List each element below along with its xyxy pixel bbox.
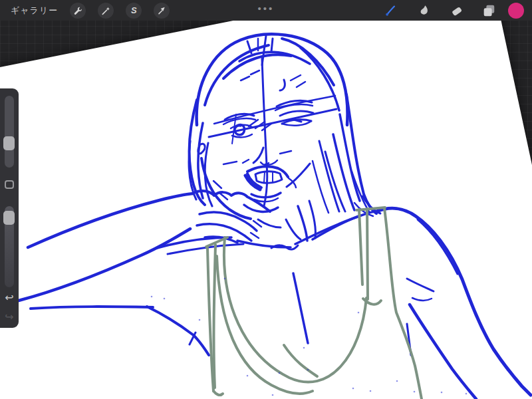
actions-button[interactable]: [70, 3, 86, 19]
eraser-tool-button[interactable]: [449, 3, 465, 19]
undo-button[interactable]: ↩: [0, 293, 19, 303]
redo-button[interactable]: ↪: [0, 312, 19, 323]
paint-speckle: [441, 392, 443, 394]
color-swatch-button[interactable]: [508, 3, 524, 19]
paint-speckle: [164, 298, 166, 300]
eraser-icon: [450, 3, 464, 18]
layers-icon: [481, 3, 496, 18]
paint-speckle: [199, 319, 201, 321]
paint-speckle: [272, 394, 274, 396]
sketch-stroke: [271, 39, 273, 52]
gallery-button[interactable]: ギャラリー: [11, 5, 58, 17]
transform-button[interactable]: [154, 3, 170, 19]
opacity-handle[interactable]: [3, 211, 15, 225]
modify-button[interactable]: [5, 180, 14, 189]
adjustments-button[interactable]: [98, 3, 114, 19]
wrench-icon: [72, 5, 83, 16]
sketch-stroke: [264, 172, 265, 182]
layers-button[interactable]: [481, 3, 497, 19]
paint-speckle: [303, 347, 305, 349]
sidebar: ↩ ↪: [0, 88, 19, 328]
paint-speckle: [370, 390, 372, 392]
paint-speckle: [358, 312, 360, 314]
toolbar-right-group: [382, 0, 524, 21]
sketch-stroke: [213, 245, 215, 388]
paint-speckle: [247, 375, 249, 377]
paint-speckle: [352, 388, 354, 390]
color-swatch: [508, 3, 524, 19]
toolbar-left-group: ギャラリー S: [0, 3, 170, 19]
canvas-overflow-dots[interactable]: •••: [258, 0, 275, 21]
smudge-tool-button[interactable]: [416, 3, 432, 19]
paint-tool-button[interactable]: [382, 3, 398, 19]
magic-wand-icon: [100, 5, 111, 16]
brush-size-slider[interactable]: [5, 96, 14, 168]
top-toolbar: ギャラリー S •••: [0, 0, 532, 21]
brush-size-handle[interactable]: [3, 136, 15, 150]
arrow-cursor-icon: [156, 5, 167, 16]
paint-speckle: [151, 296, 153, 298]
procreate-app: ギャラリー S •••: [0, 0, 532, 399]
s-ribbon-icon: S: [131, 5, 137, 15]
paint-speckle: [414, 391, 416, 393]
paint-speckle: [224, 278, 226, 280]
drawing-canvas[interactable]: [0, 0, 532, 399]
paint-speckle: [396, 380, 398, 382]
sketch-stroke: [367, 209, 368, 299]
selection-button[interactable]: S: [126, 3, 142, 19]
paintbrush-icon: [383, 3, 398, 18]
paint-speckle: [279, 372, 281, 374]
paint-speckle: [466, 393, 467, 395]
paint-speckle: [307, 369, 309, 371]
smudge-finger-icon: [416, 3, 431, 18]
